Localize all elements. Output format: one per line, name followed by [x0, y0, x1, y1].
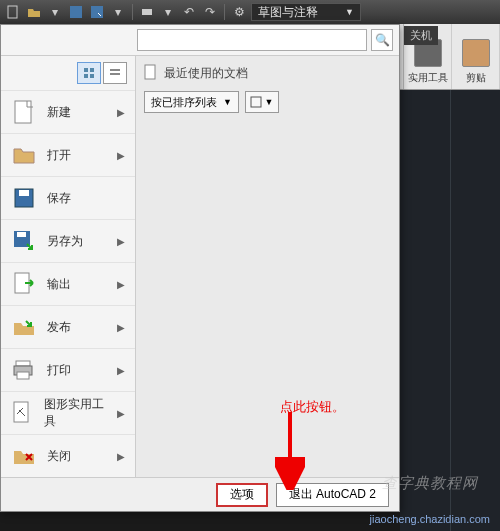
workspace-label: 草图与注释: [258, 4, 318, 21]
menu-item-export[interactable]: 输出 ▶: [1, 262, 135, 305]
clipboard-icon: [462, 39, 490, 67]
ribbon-panel-label: 实用工具: [408, 71, 448, 85]
menu-item-label: 保存: [47, 190, 71, 207]
svg-rect-21: [251, 97, 261, 107]
search-icon[interactable]: 🔍: [371, 29, 393, 51]
chevron-right-icon: ▶: [117, 279, 125, 290]
print-icon: [11, 357, 37, 383]
menu-item-open[interactable]: 打开 ▶: [1, 133, 135, 176]
menu-item-close[interactable]: 关闭 ▶: [1, 434, 135, 477]
exit-label: 退出 AutoCAD 2: [289, 486, 376, 503]
chevron-right-icon: ▶: [117, 408, 125, 419]
qat-dd-icon[interactable]: ▾: [109, 3, 127, 21]
menu-item-label: 关闭: [47, 448, 71, 465]
menu-item-save[interactable]: 保存: [1, 176, 135, 219]
svg-rect-9: [110, 73, 120, 75]
menu-item-label: 输出: [47, 276, 71, 293]
application-menu: 🔍 新建 ▶ 打开 ▶ 保存 另存为: [0, 24, 400, 512]
svg-rect-2: [91, 6, 103, 18]
options-button[interactable]: 选项: [216, 483, 268, 507]
qat-new-icon[interactable]: [4, 3, 22, 21]
ribbon-panel-clipboard[interactable]: 剪贴: [452, 24, 500, 89]
qat-print-dd-icon[interactable]: ▾: [159, 3, 177, 21]
view-icons-button[interactable]: [77, 62, 101, 84]
svg-rect-16: [16, 361, 30, 366]
chevron-right-icon: ▶: [117, 365, 125, 376]
svg-rect-12: [19, 190, 29, 196]
chevron-right-icon: ▶: [117, 322, 125, 333]
qat-undo-icon[interactable]: ↶: [180, 3, 198, 21]
export-icon: [11, 271, 37, 297]
svg-rect-5: [90, 68, 94, 72]
menu-item-new[interactable]: 新建 ▶: [1, 90, 135, 133]
menu-item-label: 新建: [47, 104, 71, 121]
ribbon-tab-label: 关机: [404, 26, 438, 45]
watermark-text: 查字典教程网: [382, 474, 478, 493]
options-label: 选项: [230, 486, 254, 503]
qat-redo-icon[interactable]: ↷: [201, 3, 219, 21]
svg-rect-3: [142, 9, 152, 15]
publish-icon: [11, 314, 37, 340]
menu-item-label: 另存为: [47, 233, 83, 250]
svg-rect-20: [145, 65, 155, 79]
chevron-down-icon: ▼: [264, 97, 273, 107]
view-list-button[interactable]: [103, 62, 127, 84]
svg-rect-6: [84, 74, 88, 78]
recent-header-label: 最近使用的文档: [164, 65, 248, 82]
document-icon: [144, 64, 158, 83]
menu-item-saveas[interactable]: 另存为 ▶: [1, 219, 135, 262]
file-new-icon: [11, 99, 37, 125]
view-size-dropdown[interactable]: ▼: [245, 91, 279, 113]
chevron-right-icon: ▶: [117, 107, 125, 118]
watermark-url: jiaocheng.chazidian.com: [370, 513, 490, 525]
qat-save-icon[interactable]: [67, 3, 85, 21]
menu-item-label: 打开: [47, 147, 71, 164]
tools-icon: [11, 400, 34, 426]
sort-dropdown[interactable]: 按已排序列表 ▼: [144, 91, 239, 113]
menu-item-label: 发布: [47, 319, 71, 336]
save-as-icon: [11, 228, 37, 254]
svg-rect-0: [8, 6, 17, 18]
svg-rect-1: [70, 6, 82, 18]
chevron-right-icon: ▶: [117, 451, 125, 462]
svg-rect-10: [15, 101, 31, 123]
svg-rect-4: [84, 68, 88, 72]
svg-rect-14: [17, 232, 26, 237]
folder-open-icon: [11, 142, 37, 168]
qat-print-icon[interactable]: [138, 3, 156, 21]
qat-open-dd-icon[interactable]: ▾: [46, 3, 64, 21]
recent-documents-panel: 最近使用的文档 按已排序列表 ▼ ▼: [136, 56, 399, 477]
qat-open-icon[interactable]: [25, 3, 43, 21]
chevron-right-icon: ▶: [117, 150, 125, 161]
chevron-down-icon: ▼: [345, 7, 354, 17]
qat-saveas-icon[interactable]: [88, 3, 106, 21]
menu-item-drawing-utilities[interactable]: 图形实用工具 ▶: [1, 391, 135, 434]
svg-rect-8: [110, 69, 120, 71]
close-icon: [11, 443, 37, 469]
workspace-dropdown[interactable]: 草图与注释 ▼: [251, 3, 361, 21]
chevron-down-icon: ▼: [223, 97, 232, 107]
chevron-right-icon: ▶: [117, 236, 125, 247]
menu-item-print[interactable]: 打印 ▶: [1, 348, 135, 391]
menu-item-label: 打印: [47, 362, 71, 379]
gear-icon[interactable]: ⚙: [230, 3, 248, 21]
menu-item-publish[interactable]: 发布 ▶: [1, 305, 135, 348]
ribbon-panel-label: 剪贴: [466, 71, 486, 85]
exit-button[interactable]: 退出 AutoCAD 2: [276, 483, 389, 507]
sort-label: 按已排序列表: [151, 95, 217, 110]
svg-rect-18: [17, 372, 29, 379]
save-icon: [11, 185, 37, 211]
menu-command-list: 新建 ▶ 打开 ▶ 保存 另存为 ▶ 输出 ▶: [1, 56, 136, 477]
menu-search-input[interactable]: [137, 29, 367, 51]
svg-rect-7: [90, 74, 94, 78]
menu-item-label: 图形实用工具: [44, 396, 107, 430]
drawing-canvas[interactable]: [400, 90, 500, 531]
